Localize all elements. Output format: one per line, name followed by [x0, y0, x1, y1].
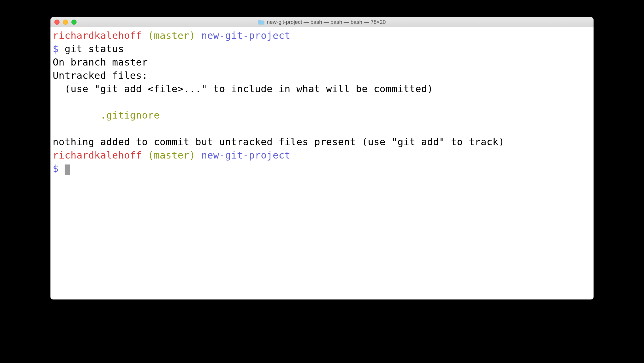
output-summary: nothing added to commit but untracked fi…	[53, 136, 505, 147]
window-title: new-git-project — bash — bash — bash — 7…	[267, 19, 386, 25]
untracked-file: .gitignore	[53, 109, 160, 121]
prompt-command-line: $ git status	[53, 43, 124, 54]
prompt-symbol: $	[53, 163, 59, 174]
output-line: On branch master	[53, 56, 148, 68]
cursor	[65, 164, 70, 175]
title-content: new-git-project — bash — bash — bash — 7…	[50, 19, 594, 25]
prompt-line-1: richardkalehoff (master) new-git-project	[53, 30, 291, 41]
prompt-symbol: $	[53, 43, 59, 54]
prompt-dir: new-git-project	[201, 149, 291, 161]
prompt-ready-line: $	[53, 163, 70, 174]
prompt-line-2: richardkalehoff (master) new-git-project	[53, 149, 291, 161]
zoom-button[interactable]	[71, 20, 77, 25]
terminal-body[interactable]: richardkalehoff (master) new-git-project…	[50, 27, 594, 299]
traffic-lights	[54, 20, 77, 25]
minimize-button[interactable]	[63, 20, 68, 25]
output-line: Untracked files:	[53, 70, 148, 81]
prompt-dir: new-git-project	[201, 30, 291, 41]
prompt-user: richardkalehoff	[53, 30, 142, 41]
output-line: (use "git add <file>..." to include in w…	[53, 83, 433, 94]
command-text: git status	[65, 43, 124, 54]
prompt-user: richardkalehoff	[53, 149, 142, 161]
close-button[interactable]	[54, 20, 60, 25]
prompt-branch: (master)	[148, 149, 196, 161]
prompt-branch: (master)	[148, 30, 196, 41]
titlebar: new-git-project — bash — bash — bash — 7…	[50, 17, 594, 27]
terminal-window: new-git-project — bash — bash — bash — 7…	[50, 17, 594, 299]
folder-icon	[258, 20, 264, 25]
